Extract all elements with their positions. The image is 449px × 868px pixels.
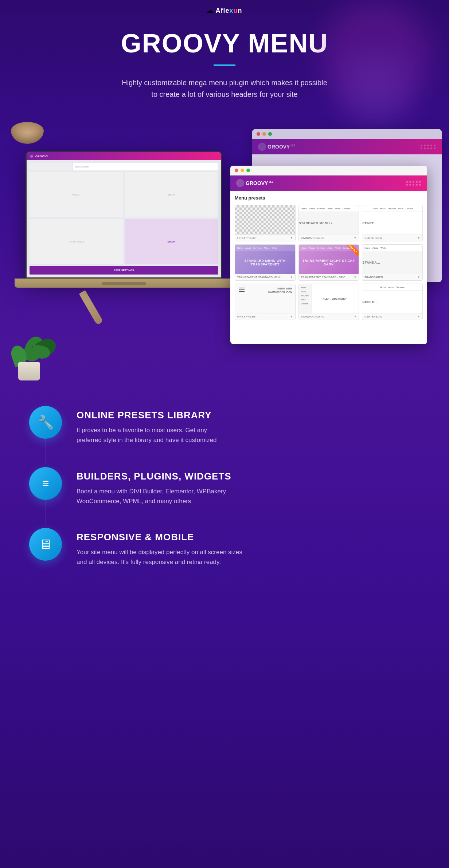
preset-inner-label-5: STANDA... [362,261,380,264]
browser-bar [230,166,427,175]
feature-connector-0 [46,439,46,464]
presets-section-title: Menu presets [235,195,423,201]
bowl-prop [11,122,44,144]
preset-arrow-3: ▼ [290,276,293,279]
preset-preview-6: MENU WITH HAMBURGER ICON [235,284,295,313]
feature-text-2: RESPONSIVE & MOBILE Your site menu will … [77,528,242,567]
logo-cloud-icon: ☁ [207,7,213,15]
browser-dot-min [241,169,244,172]
feature-text-1: BUILDERS, PLUGINS, WIDGETS Boost a menu … [77,467,231,506]
preset-arrow-7: ▼ [354,315,356,318]
preset-arrow-8: ▼ [417,315,420,318]
preset-arrow-1: ▼ [354,236,356,240]
preset-preview-2: Home About Services Work Contact CENTE..… [362,205,422,234]
feature-icon-wrap-0: 🔧 [29,406,62,439]
feature-connector-1 [46,500,46,525]
preset-label-5: TRANSPAREN... [364,276,385,279]
preset-arrow-5: ▼ [417,276,420,279]
laptop-screen-body: GROOVY Menu presets PRESET [26,151,222,279]
feature-desc-2: Your site menu will be displayed perfect… [77,547,242,567]
preset-inner-label-2: CENTE... [362,221,378,225]
preset-preview-7: Home About Services Work Contact ‹ LEFT … [299,284,359,313]
feature-item-2: 🖥 RESPONSIVE & MOBILE Your site menu wil… [29,528,420,567]
logo-text: Aflexun [215,7,242,15]
feature-icon-wrap-2: 🖥 [29,528,62,561]
browser-dot-close [235,169,238,172]
laptop: GROOVY Menu presets PRESET [15,151,226,304]
preset-label-2: CENTERED M [364,237,382,239]
feature-desc-1: Boost a menu with DIVI Builder, Elemento… [77,486,231,506]
features-section: 🔧 ONLINE PRESETS LIBRARY It proves to be… [0,384,449,611]
preset-footer-1: STANDARD MENU ▼ [299,234,359,241]
browser-dot-max [246,169,250,172]
preset-arrow-4: ▼ [354,276,356,279]
browser-header: 🎵 GROOVY 2.0 [230,175,427,191]
hamburger-label: MENU WITH [268,287,292,291]
preset-footer-8: CENTERED M ▼ [362,313,422,320]
preset-preview-8: Home About Services CENTE... [362,284,422,313]
plant-prop [11,333,47,380]
wrench-icon: 🔧 [38,415,54,430]
preset-preview-0 [235,205,295,234]
preset-footer-7: STANDARD MENU ▼ [299,313,359,320]
preset-preview-1: Home About Services About Work Contact S… [299,205,359,234]
preset-inner-label-3: STANDARD MENU WITH TRANSPARENET [235,259,295,266]
preset-footer-2: CENTERED M ▼ [362,234,422,241]
preset-card-2[interactable]: Home About Services Work Contact CENTE..… [362,205,423,241]
feature-icon-wrap-1: ≡ [29,467,62,500]
header-dots [406,181,421,186]
preset-label-8: CENTERED M [364,315,382,318]
preset-label-1: STANDARD MENU [301,237,324,239]
preset-preview-5: Home About Work STANDA... [362,245,422,274]
browser-content: Menu presets FIRST PRESET ▼ [230,191,427,324]
feature-item-1: ≡ BUILDERS, PLUGINS, WIDGETS Boost a men… [29,467,420,506]
preset-card-3[interactable]: Home About Services About Work STANDARD … [235,244,296,281]
preset-footer-3: TRANSPARENT STANDARD MENU ▼ [235,274,295,280]
footer-spacer [0,611,449,640]
hero-subtitle: Highly customizable mega menu plugin whi… [115,77,334,100]
preset-footer-4: TRANSPARENT STANDARD - STIC... ▼ [299,274,359,280]
preset-card-4[interactable]: DEFAULT Home About Services About Work C… [298,244,359,281]
hero-divider [214,64,235,66]
feature-desc-0: It proves to be a favorite to most users… [77,425,217,445]
preset-label-0: FIRST PRESET [237,237,257,239]
preset-arrow-0: ▼ [290,236,293,240]
feature-text-0: ONLINE PRESETS LIBRARY It proves to be a… [77,406,217,445]
groovy-icon: 🎵 [236,179,244,187]
preset-inner-label-8: CENTE... [362,300,378,304]
preset-footer-6: FIRST PRESET ▼ [235,313,295,320]
feature-title-1: BUILDERS, PLUGINS, WIDGETS [77,471,231,482]
preset-label-7: STANDARD MENU [301,315,324,318]
browser-window-front: 🎵 GROOVY 2.0 Menu presets [230,166,427,344]
feature-title-0: ONLINE PRESETS LIBRARY [77,410,217,421]
preset-footer-0: FIRST PRESET ▼ [235,234,295,241]
hamburger-label-2: HAMBURGER ICON [268,291,292,294]
preset-card-0[interactable]: FIRST PRESET ▼ [235,205,296,241]
preset-label-6: FIRST PRESET [237,315,257,318]
preset-preview-3: Home About Services About Work STANDARD … [235,245,295,274]
preset-inner-label-1: STANDARD MENU › [299,221,332,225]
feature-title-2: RESPONSIVE & MOBILE [77,532,242,543]
preset-card-8[interactable]: Home About Services CENTE... CENTERED M … [362,284,423,320]
preset-label-3: TRANSPARENT STANDARD MENU [237,276,281,279]
left-side-label: ‹ LEFT SIDE MENU › [323,297,347,300]
presets-grid: FIRST PRESET ▼ Home About Services About [235,205,423,320]
preset-card-5[interactable]: Home About Work STANDA... TRANSPAREN... … [362,244,423,281]
browser-windows: 🎵 GROOVY 2.0 🎵 [201,122,449,370]
groovy-brand-text: GROOVY 2.0 [246,180,273,186]
layers-icon: ≡ [42,477,49,490]
preset-inner-label-4: TRANSPARENT LIGHT STICKY DARK [299,259,359,266]
laptop-scene: GROOVY Menu presets PRESET [0,115,449,377]
hamburger-icon [239,288,245,292]
hero-section: GROOVY MENU Highly customizable mega men… [0,18,449,100]
browser-logo: 🎵 GROOVY 2.0 [236,179,273,187]
preset-card-1[interactable]: Home About Services About Work Contact S… [298,205,359,241]
preset-card-6[interactable]: MENU WITH HAMBURGER ICON FIRST PRESET ▼ [235,284,296,320]
preset-arrow-6: ▼ [290,315,293,318]
preset-arrow-2: ▼ [417,236,420,240]
preset-label-4: TRANSPARENT STANDARD - STIC... [301,276,348,279]
preset-footer-5: TRANSPAREN... ▼ [362,274,422,280]
monitor-icon: 🖥 [39,537,52,552]
preset-card-7[interactable]: Home About Services Work Contact ‹ LEFT … [298,284,359,320]
feature-item-0: 🔧 ONLINE PRESETS LIBRARY It proves to be… [29,406,420,445]
